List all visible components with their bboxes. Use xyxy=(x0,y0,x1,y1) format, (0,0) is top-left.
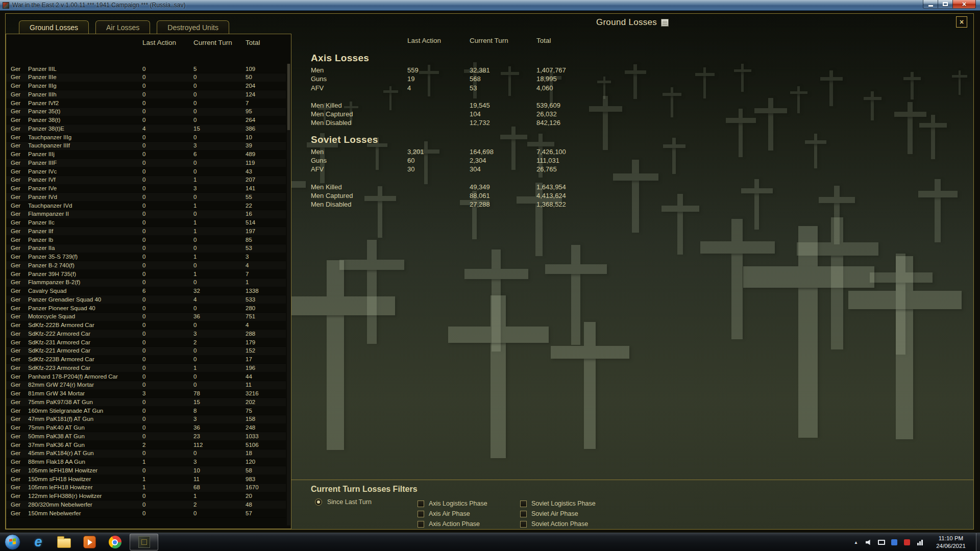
filter-checkbox-soviet-action-phase[interactable]: Soviet Action Phase xyxy=(520,519,596,529)
taskbar-clock[interactable]: 11:10 PM 24/06/2021 xyxy=(929,535,973,550)
filter-checkbox-axis-air-phase[interactable]: Axis Air Phase xyxy=(418,509,487,519)
maximize-button[interactable] xyxy=(938,0,952,9)
table-row[interactable]: GerPanzer IIIg00204 xyxy=(6,82,286,91)
cell-nationality: Ger xyxy=(11,492,28,500)
table-row[interactable]: GerPanzer IVd0055 xyxy=(6,193,286,202)
table-row[interactable]: GerPanzer IIc01514 xyxy=(6,219,286,228)
cell-current-turn: 0 xyxy=(193,99,246,108)
table-row[interactable]: GerPanzer 35-S 739(f)013 xyxy=(6,253,286,262)
table-row[interactable]: GerPanzer IIIF00119 xyxy=(6,159,286,167)
media-player-icon[interactable] xyxy=(77,534,102,551)
table-row[interactable]: GerPanzer Pioneer Squad 4000280 xyxy=(6,304,286,313)
cell-unit-name: 82mm GrW 274(r) Mortar xyxy=(28,381,142,389)
screen-close-button[interactable]: × xyxy=(956,16,967,28)
table-row[interactable]: GerTauchpanzer IIIf0339 xyxy=(6,142,286,151)
table-row[interactable]: GerPanzer 39H 735(f)017 xyxy=(6,270,286,279)
table-row[interactable]: Ger105mm leFH18 Howitzer1681670 xyxy=(6,484,286,492)
tab-air-losses[interactable]: Air Losses xyxy=(95,20,150,34)
internet-explorer-icon[interactable]: e xyxy=(26,534,51,551)
table-row[interactable]: GerSdKfz-223B Armored Car0017 xyxy=(6,356,286,364)
loss-label: AFV xyxy=(311,165,407,173)
table-row[interactable]: GerPanhard 178-P204(f) Armored Car0044 xyxy=(6,372,286,381)
table-row[interactable]: GerPanzer 38(t)00264 xyxy=(6,116,286,125)
table-row[interactable]: Ger150mm Nebelwerfer0057 xyxy=(6,509,286,518)
table-row[interactable]: GerPanzer B-2 740(f)004 xyxy=(6,261,286,270)
explorer-folder-icon[interactable] xyxy=(51,534,77,551)
tab-destroyed-units[interactable]: Destroyed Units xyxy=(157,20,229,34)
filter-checkbox-soviet-air-phase[interactable]: Soviet Air Phase xyxy=(520,509,596,519)
cell-nationality: Ger xyxy=(11,321,28,330)
tray-app-red-icon[interactable] xyxy=(903,538,911,546)
cell-nationality: Ger xyxy=(11,99,28,108)
table-row[interactable]: GerPanzer 38(t)E415386 xyxy=(6,124,286,133)
table-row[interactable]: Ger150mm sFH18 Howitzer111983 xyxy=(6,475,286,484)
table-row[interactable]: GerFlammpanzer B-2(f)001 xyxy=(6,279,286,287)
table-row[interactable]: GerSdKfz-231 Armored Car02179 xyxy=(6,338,286,347)
table-row[interactable]: GerSdKfz-222B Armored Car004 xyxy=(6,321,286,330)
show-desktop-button[interactable] xyxy=(976,533,980,551)
table-row[interactable]: Ger75mm PaK97/38 AT Gun015202 xyxy=(6,398,286,407)
table-row[interactable]: Ger45mm PaK184(r) AT Gun0018 xyxy=(6,449,286,458)
table-row[interactable]: Ger75mm PaK40 AT Gun036248 xyxy=(6,424,286,433)
cell-last-action: 0 xyxy=(142,492,193,500)
table-row[interactable]: GerPanzer IVf01207 xyxy=(6,176,286,185)
cell-unit-name: Panzer 38(t) xyxy=(28,116,142,124)
filter-checkbox-axis-action-phase[interactable]: Axis Action Phase xyxy=(418,519,487,529)
table-row[interactable]: Ger280/320mm Nebelwerfer0248 xyxy=(6,500,286,509)
table-row[interactable]: Ger160mm Stielgranade AT Gun0875 xyxy=(6,407,286,415)
table-row[interactable]: GerPanzer IIf01197 xyxy=(6,227,286,236)
tray-app-blue-icon[interactable] xyxy=(890,538,898,546)
table-row[interactable]: Ger37mm PaK36 AT Gun21125106 xyxy=(6,441,286,449)
volume-icon[interactable] xyxy=(865,538,873,546)
minimize-button[interactable] xyxy=(923,0,938,9)
chrome-icon[interactable] xyxy=(102,534,128,551)
table-row[interactable]: GerPanzer Ib0085 xyxy=(6,236,286,244)
table-row[interactable]: GerPanzer IIa0053 xyxy=(6,244,286,253)
cell-last-action: 0 xyxy=(142,150,193,159)
loss-row: Guns602,304111,031 xyxy=(311,156,669,165)
checkbox-label: Soviet Action Phase xyxy=(531,520,588,528)
network-icon[interactable] xyxy=(916,538,924,546)
loss-last-action xyxy=(407,183,470,191)
table-row[interactable]: Ger81mm GrW 34 Mortar3783216 xyxy=(6,390,286,398)
table-row[interactable]: GerSdKfz-223 Armored Car01196 xyxy=(6,364,286,372)
table-row[interactable]: GerPanzer IIIL05109 xyxy=(6,65,286,73)
table-row[interactable]: GerPanzer 35(t)0095 xyxy=(6,108,286,116)
table-row[interactable]: Ger47mm PaK181(f) AT Gun03158 xyxy=(6,415,286,424)
filter-checkbox-soviet-logistics-phase[interactable]: Soviet Logistics Phase xyxy=(520,498,596,509)
table-row[interactable]: Ger122mm leFH388(r) Howitzer0120 xyxy=(6,492,286,501)
table-row[interactable]: GerPanzer IIIh00124 xyxy=(6,90,286,99)
table-row[interactable]: GerTauchpanzer IIIg0010 xyxy=(6,133,286,142)
cell-total: 514 xyxy=(246,218,286,227)
scrollbar-thumb[interactable] xyxy=(287,64,290,130)
table-row[interactable]: GerPanzer IVf2007 xyxy=(6,99,286,108)
table-row[interactable]: Ger105mm leFH18M Howitzer01058 xyxy=(6,466,286,475)
table-row[interactable]: GerPanzer IIIj06489 xyxy=(6,151,286,159)
filter-since-last-turn[interactable]: Since Last Turn xyxy=(315,498,372,506)
tab-ground-losses[interactable]: Ground Losses xyxy=(19,20,89,34)
start-button[interactable] xyxy=(5,534,20,550)
taskbar-window-war-in-the-east-2[interactable] xyxy=(130,534,158,550)
loss-current-turn: 164,698 xyxy=(470,147,536,156)
hidden-icons-button[interactable]: ▲ xyxy=(852,538,860,546)
table-row[interactable]: GerSdKfz-221 Armored Car00152 xyxy=(6,347,286,356)
table-scrollbar[interactable] xyxy=(287,64,290,525)
cell-nationality: Ger xyxy=(11,509,28,518)
table-row[interactable]: GerPanzer IVc0043 xyxy=(6,167,286,176)
table-row[interactable]: GerPanzer IIIe0050 xyxy=(6,73,286,82)
table-row[interactable]: Ger82mm GrW 274(r) Mortar0011 xyxy=(6,381,286,390)
table-row[interactable]: GerMotorcycle Squad036751 xyxy=(6,313,286,321)
filter-checkbox-axis-logistics-phase[interactable]: Axis Logistics Phase xyxy=(418,498,487,509)
display-icon[interactable] xyxy=(877,538,886,546)
table-row[interactable]: GerPanzer IVe03141 xyxy=(6,185,286,193)
table-row[interactable]: GerTauchpanzer IVd0122 xyxy=(6,202,286,210)
report-icon[interactable] xyxy=(661,19,669,27)
table-row[interactable]: GerPanzer Grenadier Squad 4004533 xyxy=(6,295,286,304)
window-close-button[interactable]: × xyxy=(952,0,976,9)
table-row[interactable]: GerSdKfz-222 Armored Car03288 xyxy=(6,330,286,338)
table-row[interactable]: Ger88mm Flak18 AA Gun13120 xyxy=(6,458,286,467)
table-row[interactable]: GerFlammpanzer II0016 xyxy=(6,210,286,219)
table-row[interactable]: GerCavalry Squad6321338 xyxy=(6,287,286,296)
table-row[interactable]: Ger50mm PaK38 AT Gun0231033 xyxy=(6,432,286,441)
cell-unit-name: Cavalry Squad xyxy=(28,287,142,295)
